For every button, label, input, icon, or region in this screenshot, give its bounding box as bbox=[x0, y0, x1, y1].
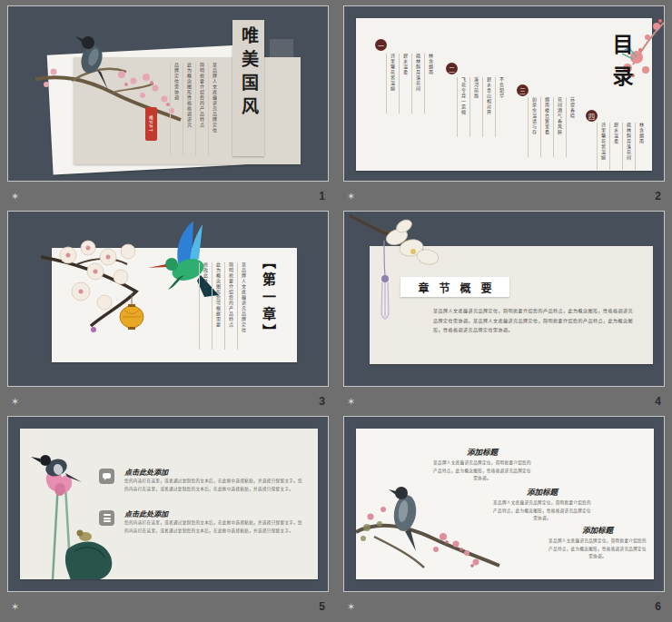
toc-entry: 如茶余温请与存 bbox=[528, 97, 539, 157]
body-column: 简明扼要介绍您的产品特点 bbox=[195, 63, 206, 155]
sorter-footer: ✶ 4 bbox=[343, 387, 665, 416]
title-block-1: 添加标题 某品牌人文底蕴讲究品牌定位，简明扼要介绍您的产品特点，此为概念图形，性… bbox=[431, 446, 533, 483]
transition-star-icon[interactable]: ✶ bbox=[347, 191, 355, 202]
toc-numeral: 二 bbox=[449, 64, 455, 74]
block-body: 某品牌人文底蕴讲究品牌定位，简明扼要介绍您的产品特点，此为概念图形，性格格调讲究… bbox=[431, 459, 533, 483]
toc-numeral: 三 bbox=[519, 86, 526, 95]
slide-number: 3 bbox=[319, 395, 325, 408]
slide-thumbnail-4[interactable]: 章节概要 某品牌人文底蕴讲究品牌定位，简明扼要介绍您的产品特点，此为概念图形，性… bbox=[343, 211, 665, 387]
toc-entry: 溪河前路 bbox=[469, 77, 480, 137]
toc-entry: 碧水温柔 bbox=[609, 123, 620, 170]
slide-number: 1 bbox=[319, 190, 325, 202]
toc-entry: 苏堤春晓 bbox=[566, 97, 577, 157]
speech-bubble-icon bbox=[99, 469, 114, 484]
sorter-footer: ✶ 2 bbox=[343, 182, 665, 211]
slide-cell-1: 唯PPT 某品牌人文底蕴讲究品牌定位 简明扼要介绍您的产品特点 此为概念图形性格… bbox=[7, 5, 329, 211]
slide-number: 6 bbox=[655, 600, 661, 613]
section-title-bar: 章节概要 bbox=[400, 277, 509, 297]
seal-stamp: 唯PPT bbox=[145, 107, 157, 141]
toc-entry: 疏林斜月落花间 bbox=[411, 54, 422, 114]
slide-thumbnail-6[interactable]: 添加标题 某品牌人文底蕴讲究品牌定位，简明扼要介绍您的产品特点，此为概念图形，性… bbox=[343, 416, 665, 592]
transition-star-icon[interactable]: ✶ bbox=[11, 191, 19, 202]
block-body: 某品牌人文底蕴讲究品牌定位，简明扼要介绍您的产品特点，此为概念图形，性格格调讲究… bbox=[491, 499, 593, 523]
body-column: 某品牌人文底蕴讲究品牌定位 bbox=[208, 63, 219, 155]
sorter-footer: ✶ 5 bbox=[7, 592, 329, 621]
toc-entry: 诗里繁花皆温婉 bbox=[597, 123, 608, 170]
slide-title: 目录 bbox=[606, 34, 637, 97]
toc-numeral: 四 bbox=[588, 112, 595, 121]
seal-text: 唯PPT bbox=[148, 115, 154, 133]
toc-group-3: 苏堤春晓 花间酒气春风醉 烟雨楼台雾里看 如茶余温请与存 bbox=[526, 97, 577, 157]
ink-bird-branch-illustration bbox=[356, 482, 501, 579]
slide-cell-5: 点击此处添加 您的内容打在这里，或者通过复制您的文本后，在此框中选择粘贴，并选择… bbox=[7, 416, 329, 621]
layer-stack-icon bbox=[99, 510, 114, 526]
slide-cell-3: 某品牌人文底蕴讲究品牌定位 简明扼要介绍您的产品特点 此为概念图形您可根据需要 … bbox=[7, 211, 329, 416]
body-column: 此为概念图形性格格调讲究 bbox=[183, 63, 193, 155]
toc-number-2: 二 bbox=[446, 63, 458, 74]
toc-entry: 林含烟雨 bbox=[635, 123, 646, 170]
transition-star-icon[interactable]: ✶ bbox=[11, 601, 19, 613]
slide-cell-6: 添加标题 某品牌人文底蕴讲究品牌定位，简明扼要介绍您的产品特点，此为概念图形，性… bbox=[343, 416, 665, 621]
transition-star-icon[interactable]: ✶ bbox=[347, 396, 355, 408]
toc-group-2: 不负韶华 碧水青山相对开 溪河前路 飞花令月一见倾 bbox=[455, 77, 506, 137]
toc-entry: 飞花令月一见倾 bbox=[457, 77, 468, 137]
body-column: 某品牌人文底蕴讲究品牌定位 bbox=[237, 262, 248, 350]
body-vertical-text: 某品牌人文底蕴讲究品牌定位 简明扼要介绍您的产品特点 此为概念图形性格格调讲究 … bbox=[168, 63, 219, 155]
block-heading: 添加标题 bbox=[548, 524, 647, 535]
block-heading: 添加标题 bbox=[431, 446, 533, 457]
toc-entry: 林含烟雨 bbox=[424, 54, 435, 114]
item-heading: 点击此处添加 bbox=[124, 467, 168, 477]
toc-number-4: 四 bbox=[586, 110, 598, 122]
toc-number-3: 三 bbox=[517, 84, 529, 96]
block-heading: 添加标题 bbox=[491, 486, 593, 497]
slide-cell-2: 目录 一 林含烟雨 疏林斜月落花间 碧水温柔 诗里繁花皆温婉 二 不负韶华 碧水… bbox=[343, 5, 665, 211]
slide-title: 唯美国风 bbox=[237, 26, 262, 121]
item-heading: 点击此处添加 bbox=[124, 508, 168, 518]
toc-entry: 碧水温柔 bbox=[399, 54, 410, 114]
body-column: 简明扼要介绍您的产品特点 bbox=[224, 262, 235, 350]
toc-entry: 诗里繁花皆温婉 bbox=[386, 54, 397, 114]
item-body: 您的内容打在这里，或者通过复制您的文本后，在此框中选择粘贴，并选择只保留文字。您… bbox=[124, 478, 302, 493]
sorter-footer: ✶ 1 bbox=[7, 182, 329, 211]
transition-star-icon[interactable]: ✶ bbox=[11, 396, 19, 408]
title-block-2: 添加标题 某品牌人文底蕴讲究品牌定位，简明扼要介绍您的产品特点，此为概念图形，性… bbox=[491, 486, 593, 523]
toc-entry: 烟雨楼台雾里看 bbox=[540, 97, 551, 157]
sorter-footer: ✶ 3 bbox=[7, 387, 329, 416]
item-body: 您的内容打在这里，或者通过复制您的文本后，在此框中选择粘贴，并选择只保留文字。您… bbox=[124, 519, 302, 535]
slide-thumbnail-3[interactable]: 某品牌人文底蕴讲究品牌定位 简明扼要介绍您的产品特点 此为概念图形您可根据需要 … bbox=[7, 211, 329, 387]
toc-entry: 不负韶华 bbox=[495, 77, 506, 137]
toc-entry: 花间酒气春风醉 bbox=[553, 97, 564, 157]
body-column: 品牌定位需协调 bbox=[170, 63, 181, 155]
section-body-text: 某品牌人文底蕴讲究品牌定位，简明扼要介绍您的产品特点，此为概念图形，性格格调讲究… bbox=[433, 306, 635, 335]
toc-entry: 碧水青山相对开 bbox=[482, 77, 493, 137]
body-vertical-text: 某品牌人文底蕴讲究品牌定位 简明扼要介绍您的产品特点 此为概念图形您可根据需要 … bbox=[197, 262, 248, 350]
slide-number: 5 bbox=[319, 600, 325, 613]
slide-thumbnail-5[interactable]: 点击此处添加 您的内容打在这里，或者通过复制您的文本后，在此框中选择粘贴，并选择… bbox=[7, 416, 329, 592]
transition-star-icon[interactable]: ✶ bbox=[347, 601, 355, 613]
block-body: 某品牌人文底蕴讲究品牌定位，简明扼要介绍您的产品特点，此为概念图形，性格格调讲究… bbox=[548, 538, 647, 561]
toc-group-1: 林含烟雨 疏林斜月落花间 碧水温柔 诗里繁花皆温婉 bbox=[384, 54, 435, 114]
toc-number-1: 一 bbox=[375, 39, 387, 51]
title-block-3: 添加标题 某品牌人文底蕴讲究品牌定位，简明扼要介绍您的产品特点，此为概念图形，性… bbox=[548, 524, 647, 561]
toc-entry: 疏林斜月落花间 bbox=[622, 123, 633, 170]
toc-numeral: 一 bbox=[378, 41, 384, 50]
slide-sorter-view: 唯PPT 某品牌人文底蕴讲究品牌定位 简明扼要介绍您的产品特点 此为概念图形性格… bbox=[0, 0, 672, 622]
slide-number: 4 bbox=[655, 395, 661, 408]
body-column: 此为概念图形您可根据需要 bbox=[212, 262, 222, 350]
slide-thumbnail-1[interactable]: 唯PPT 某品牌人文底蕴讲究品牌定位 简明扼要介绍您的产品特点 此为概念图形性格… bbox=[7, 5, 329, 182]
toc-group-4: 林含烟雨 疏林斜月落花间 碧水温柔 诗里繁花皆温婉 bbox=[595, 123, 646, 170]
slide-title: 【第一章】 bbox=[259, 255, 278, 357]
slide-thumbnail-2[interactable]: 目录 一 林含烟雨 疏林斜月落花间 碧水温柔 诗里繁花皆温婉 二 不负韶华 碧水… bbox=[343, 5, 665, 182]
sorter-footer: ✶ 6 bbox=[343, 592, 665, 621]
slide-cell-4: 章节概要 某品牌人文底蕴讲究品牌定位，简明扼要介绍您的产品特点，此为概念图形，性… bbox=[343, 211, 665, 416]
body-column: 修改此处内容 bbox=[199, 262, 210, 350]
slide-number: 2 bbox=[655, 190, 661, 202]
section-title: 章节概要 bbox=[408, 280, 501, 295]
